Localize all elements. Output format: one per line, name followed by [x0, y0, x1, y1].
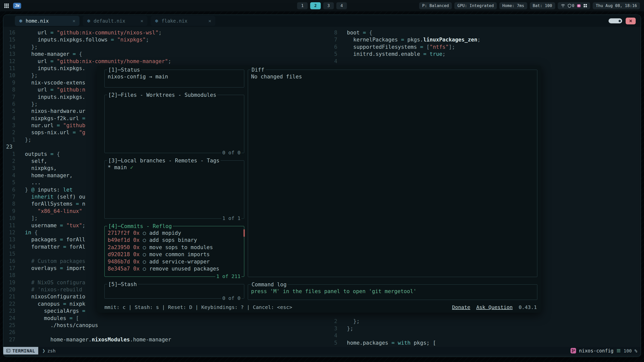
diff-message: No changed files [251, 74, 302, 80]
options-bar-right: DonateAsk Question 0.43.1 [452, 304, 537, 311]
scroll-percent: 100 % [624, 348, 637, 353]
code-token: pkgs. [407, 37, 423, 43]
commit-row[interactable]: d9202180x○move common imports [108, 251, 241, 258]
checkmark-icon: ✓ [130, 164, 133, 171]
statusline: TERMINAL ❯ zsh nixos-confi [3, 347, 641, 354]
workspace-button-2[interactable]: 2 [310, 2, 321, 9]
workspace-button-1[interactable]: 1 [297, 2, 308, 9]
apps-grid-icon[interactable] [4, 3, 9, 8]
code-line: 2 }; [325, 318, 641, 325]
clock[interactable]: Thu Aug 08, 18:16 [593, 2, 640, 9]
code-text: # Custom packages [25, 258, 85, 265]
line-number: 26 [3, 329, 15, 336]
code-line: 26 [3, 329, 325, 336]
wifi-icon[interactable] [561, 4, 565, 8]
tab-default.nix[interactable]: ❄default.nix× [83, 16, 147, 26]
commit-message: add sops binary [149, 237, 197, 244]
window-close-button[interactable]: × [626, 18, 636, 24]
commit-row[interactable]: 9486b7d0x○add service-wrapper [108, 258, 241, 265]
code-line: 27 home-manager.nixosModules.home-manage… [3, 336, 325, 343]
code-token: modules [25, 315, 69, 321]
code-line: 14 }; [3, 43, 325, 51]
line-number: 12 [3, 229, 15, 236]
panel-branches[interactable]: [3]─Local branches - Remotes - Tags * ma… [104, 160, 244, 219]
code-token: "g [79, 129, 85, 135]
branch-row[interactable]: * main ✓ [108, 164, 241, 171]
commit-row[interactable]: 8e345a70x○remove unused packages [108, 265, 241, 272]
tab-home.nix[interactable]: ❄home.nix× [15, 16, 79, 26]
close-icon[interactable]: × [140, 18, 143, 24]
panel-files[interactable]: [2]─Files - Worktrees - Submodules 0 of … [104, 95, 244, 153]
shell-label: zsh [47, 348, 56, 353]
status-chips: P: BalancedGPU: IntegratedHome: 7msBat: … [419, 2, 555, 9]
line-number: 3 [3, 165, 15, 172]
code-token: with [398, 340, 411, 346]
branch-name: main [114, 164, 127, 171]
user-badge[interactable]: JW [13, 3, 21, 9]
code-token: kernelPackages [347, 37, 401, 43]
code-token [25, 208, 38, 214]
line-number: 4 [3, 172, 15, 179]
display-color-icon[interactable] [577, 4, 581, 8]
code-token: = [73, 51, 79, 57]
lazygit-left-column: [1]─Status nixos-config → main [2]─Files… [104, 70, 244, 300]
code-token: supportedFilesystems [347, 44, 420, 50]
shield-count: 0 [572, 3, 575, 8]
code-text: packages = forAll [25, 236, 85, 243]
link-ask-question[interactable]: Ask Question [476, 304, 513, 311]
close-icon[interactable]: × [208, 18, 211, 24]
link-donate[interactable]: Donate [452, 304, 470, 311]
line-number: 2 [3, 129, 15, 136]
line-number: 5 [3, 179, 15, 186]
tab-flake.nix[interactable]: ❄flake.nix× [151, 16, 215, 26]
code-token: boot [347, 30, 363, 36]
line-number: 5 [325, 51, 337, 58]
lazygit-links: DonateAsk Question [452, 304, 513, 311]
line-number: 9 [3, 208, 15, 215]
code-token: inputs.nixpkgs. [25, 65, 85, 71]
line-number: 6 [3, 101, 15, 108]
toggle-pill[interactable] [609, 18, 622, 23]
code-line: 4 [325, 332, 641, 339]
panel-stash-title: [5]─Stash [107, 281, 138, 288]
code-token: home-manager [25, 51, 73, 57]
panel-diff[interactable]: Diff No changed files [248, 70, 537, 277]
command-log-message: press 'M' in the files panel to open 'gi… [251, 288, 416, 294]
shield-icon[interactable]: 0 [568, 3, 575, 8]
commit-graph-node: ○ [143, 251, 146, 258]
statusline-right: nixos-config 100 % [571, 348, 641, 353]
commit-row[interactable]: 2a239500x○move sops to modules [108, 244, 241, 251]
workspace-button-3[interactable]: 3 [323, 2, 334, 9]
lines-icon [617, 349, 621, 352]
code-token: specialArgs [25, 308, 82, 314]
panel-commits[interactable]: [4]─Commits - Reflog 2717f2f0x○add mopid… [104, 226, 244, 277]
line-number: 9 [3, 79, 15, 86]
commit-row[interactable]: 2717f2f0x○add mopidy [108, 230, 241, 237]
code-token: = [420, 44, 426, 50]
code-text: self, [25, 158, 47, 165]
panel-stash[interactable]: [5]─Stash 0 of 0 [104, 284, 244, 299]
code-text: sops-nix.url = "g [25, 129, 85, 136]
code-text: "x86_64-linux" [25, 208, 82, 215]
commit-row[interactable]: b49ef1d0x○add sops binary [108, 237, 241, 244]
code-token: = [50, 87, 57, 93]
code-text: formatter = forAl [25, 243, 85, 250]
code-token: packages [25, 237, 60, 243]
commit-hash: 9486b7d [108, 258, 130, 265]
panel-branches-title: [3]─Local branches - Remotes - Tags [107, 157, 221, 164]
commits-scrollbar-thumb[interactable] [244, 229, 245, 237]
commit-message: add service-wrapper [149, 258, 210, 265]
panel-command-log[interactable]: Command log press 'M' in the files panel… [248, 284, 537, 300]
nix-icon: ❄ [155, 18, 158, 24]
code-token: url [25, 87, 50, 93]
commit-graph-node: ○ [143, 230, 146, 237]
close-icon[interactable]: × [72, 18, 75, 24]
code-token: home-manager. [25, 337, 92, 343]
code-text: home-manager, [25, 172, 73, 179]
code-text: }; [347, 318, 360, 325]
panel-status[interactable]: [1]─Status nixos-config → main [104, 70, 244, 87]
grid-icon[interactable] [583, 4, 587, 8]
code-token: ; [158, 30, 162, 36]
keybinding-hints: mmit: c | Stash: s | Reset: D | Keybindi… [104, 304, 292, 311]
workspace-button-4[interactable]: 4 [336, 2, 347, 9]
